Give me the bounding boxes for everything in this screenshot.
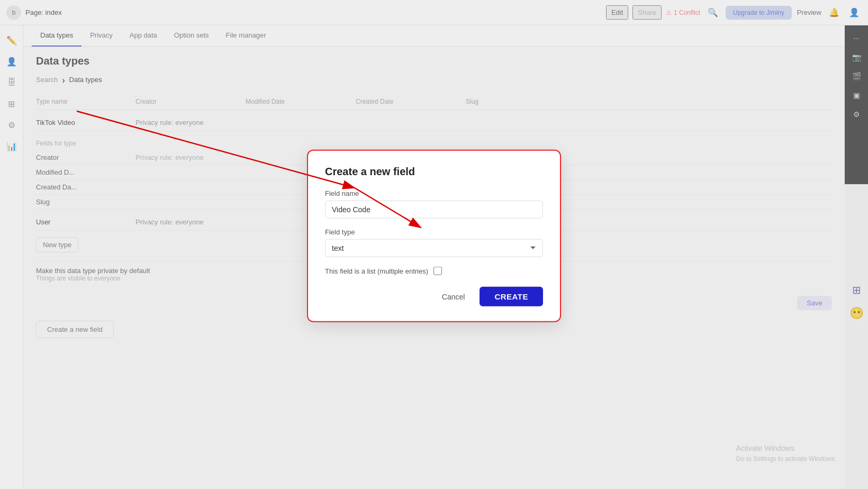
checkbox-label: This field is a list (multiple entries) (325, 267, 428, 275)
field-name-label: Field name (325, 189, 543, 197)
list-checkbox[interactable] (433, 267, 442, 275)
checkbox-row: This field is a list (multiple entries) (325, 267, 543, 275)
field-type-group: Field type text number date boolean imag… (325, 228, 543, 257)
create-button[interactable]: CREATE (480, 287, 543, 306)
create-field-modal: Create a new field Field name Field type… (307, 150, 561, 322)
modal-actions: Cancel CREATE (325, 287, 543, 306)
field-type-label: Field type (325, 228, 543, 236)
field-type-select[interactable]: text number date boolean image file (325, 239, 543, 257)
field-name-group: Field name (325, 189, 543, 219)
cancel-button[interactable]: Cancel (436, 288, 472, 305)
field-name-input[interactable] (325, 201, 543, 219)
modal-title: Create a new field (325, 166, 543, 178)
